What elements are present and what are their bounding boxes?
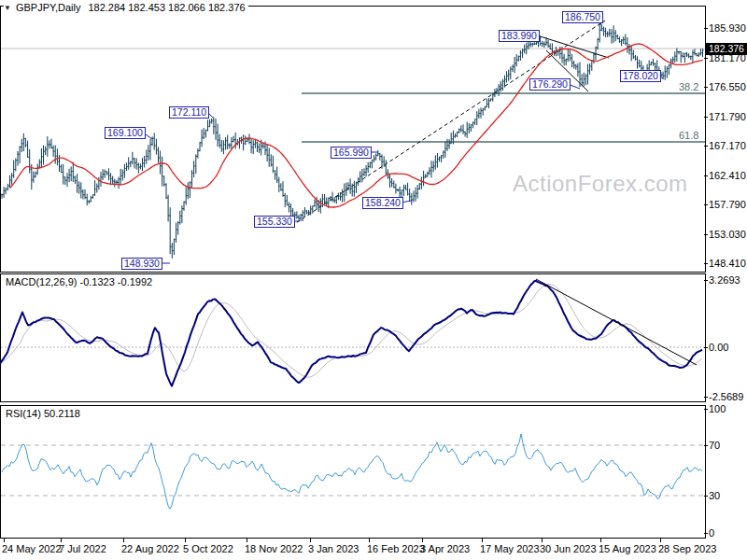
price-annotation: 172.110: [169, 106, 209, 119]
rsi-indicator-label: RSI(14) 50.2118: [6, 408, 80, 419]
macd-trendline[interactable]: [536, 279, 697, 365]
rsi-line: [2, 434, 702, 509]
date-axis-label: 3 Jan 2023: [308, 543, 359, 554]
fib-level-label: 38.2: [679, 81, 698, 92]
date-axis-tick: [482, 539, 483, 542]
date-axis-tick: [422, 539, 423, 542]
macd-indicator-label: MACD(12,26,9) -0.1323 -0.1992: [6, 276, 152, 287]
current-price-tag: 182.376: [706, 43, 747, 55]
date-axis-tick: [310, 539, 311, 542]
ohlc-values: 182.284 182.453 182.066 182.376: [88, 2, 245, 13]
fib-level-label: 61.8: [679, 130, 698, 141]
macd-axis-label: 0.00: [709, 342, 728, 353]
price-axis-label: 167.170: [709, 140, 746, 151]
macd-axis-label: 3.2693: [709, 274, 740, 286]
symbol-dropdown-icon[interactable]: ▼: [4, 4, 11, 12]
price-bars: [2, 22, 703, 259]
rsi-values: 50.2118: [44, 408, 80, 419]
date-axis-tick: [61, 539, 62, 542]
rsi-axis-label: 30: [709, 490, 720, 501]
date-axis-tick: [247, 539, 247, 542]
price-annotation: 158.240: [362, 197, 403, 209]
price-annotation: 148.930: [121, 258, 162, 270]
price-axis-label: 171.790: [709, 111, 746, 122]
trading-chart-window: ▼GBPJPY,Daily182.284 182.453 182.066 182…: [0, 0, 747, 560]
date-axis-label: 15 Aug 2023: [599, 543, 656, 554]
price-annotation: 186.750: [562, 11, 603, 23]
date-axis-label: 16 Feb 2023: [367, 543, 425, 554]
price-axis-label: 157.790: [709, 199, 746, 210]
price-axis-label: 153.030: [709, 229, 746, 240]
main-price-panel[interactable]: [0, 6, 706, 273]
price-axis-label: 176.550: [709, 81, 746, 92]
symbol-header: ▼GBPJPY,Daily182.284 182.453 182.066 182…: [4, 2, 248, 14]
price-annotation: 169.100: [105, 127, 146, 139]
macd-values: -0.1323 -0.1992: [79, 276, 152, 287]
macd-name: MACD(12,26,9): [6, 276, 77, 287]
price-axis-label: 185.930: [709, 22, 746, 34]
main-panel-border: [1, 7, 706, 273]
date-axis-label: 30 Jun 2023: [540, 543, 597, 554]
date-axis-label: 28 Sep 2023: [658, 543, 716, 554]
date-axis-tick: [123, 539, 124, 542]
date-axis-tick: [369, 539, 370, 542]
rsi-axis-label: 0: [709, 527, 714, 539]
date-axis-tick: [600, 539, 601, 542]
macd-axis-label: -2.5689: [709, 391, 743, 402]
price-annotation: 165.990: [331, 147, 372, 159]
price-bar-ticks: [1, 29, 704, 251]
symbol-name: GBPJPY,Daily: [16, 2, 81, 13]
rsi-panel-border: [1, 406, 706, 539]
rsi-axis-label: 100: [709, 403, 726, 414]
macd-main-line: [0, 281, 702, 386]
price-axis-label: 162.410: [709, 170, 746, 181]
date-axis-tick: [542, 539, 543, 542]
date-axis-label: 5 Oct 2022: [183, 543, 233, 554]
price-annotation: 155.330: [254, 216, 295, 228]
macd-panel[interactable]: [0, 273, 706, 402]
price-axis-label: 148.410: [709, 258, 746, 269]
macd-signal-line: [0, 285, 702, 378]
date-axis-label: 7 Jul 2022: [59, 543, 106, 554]
date-axis-tick: [660, 539, 661, 542]
price-annotation: 176.290: [529, 78, 571, 91]
rsi-axis-label: 70: [709, 440, 720, 451]
date-axis-tick: [4, 539, 5, 542]
date-axis-tick: [185, 539, 186, 542]
rsi-panel[interactable]: [0, 405, 706, 539]
price-annotation: 178.020: [620, 70, 661, 82]
date-axis-label: 3 Apr 2023: [420, 543, 470, 554]
price-annotation: 183.990: [499, 30, 540, 42]
date-axis-label: 22 Aug 2022: [121, 543, 179, 554]
date-axis-label: 17 May 2023: [480, 543, 540, 554]
date-axis-label: 24 May 2022: [2, 543, 62, 554]
watermark: ActionForex.com: [513, 171, 688, 197]
date-axis-label: 18 Nov 2022: [245, 543, 303, 554]
rsi-name: RSI(14): [6, 408, 41, 419]
